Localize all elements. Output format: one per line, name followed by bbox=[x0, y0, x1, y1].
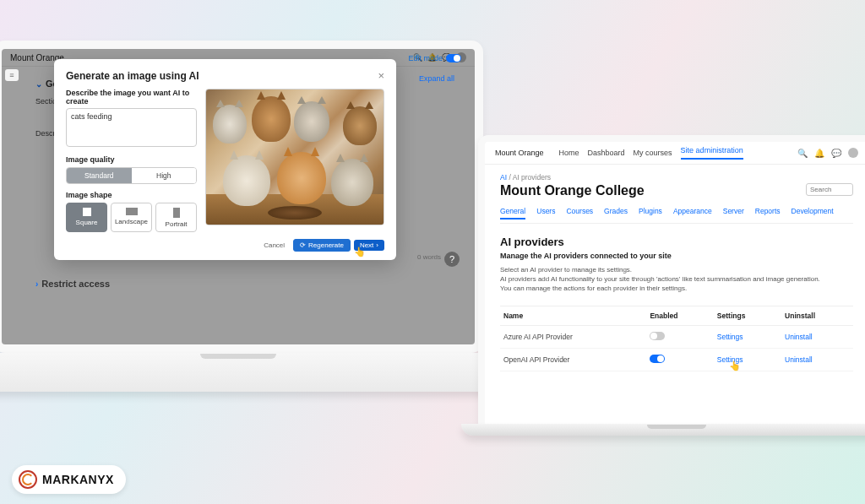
crumb-providers: AI providers bbox=[513, 173, 551, 182]
shape-landscape-option[interactable]: Landscape bbox=[111, 203, 152, 232]
edit-mode-toggle[interactable]: Edit mode bbox=[408, 54, 461, 62]
right-site-name: Mount Orange bbox=[495, 149, 544, 157]
tab-general[interactable]: General bbox=[500, 207, 525, 219]
breadcrumb: AI / AI providers bbox=[500, 173, 853, 182]
portrait-icon bbox=[173, 208, 180, 218]
th-name: Name bbox=[500, 306, 646, 325]
uninstall-link[interactable]: Uninstall bbox=[785, 333, 813, 341]
shape-landscape-label: Landscape bbox=[115, 218, 148, 225]
right-topnav: Mount Orange Home Dashboard My courses S… bbox=[485, 142, 865, 165]
right-screen: Mount Orange Home Dashboard My courses S… bbox=[478, 135, 865, 424]
quality-high-option[interactable]: High bbox=[132, 168, 197, 183]
table-row: OpenAI API Provider Settings 👆 Uninstall bbox=[500, 348, 853, 371]
prompt-input[interactable] bbox=[66, 108, 197, 147]
avatar[interactable] bbox=[848, 148, 858, 158]
uninstall-link[interactable]: Uninstall bbox=[785, 355, 813, 364]
shape-label: Image shape bbox=[66, 191, 197, 199]
admin-subtabs: General Users Courses Grades Plugins App… bbox=[500, 207, 853, 224]
tab-users[interactable]: Users bbox=[536, 207, 555, 219]
logo-swirl-icon bbox=[19, 470, 37, 489]
cursor-icon: 👆 bbox=[354, 247, 366, 257]
shape-portrait-label: Portrait bbox=[166, 220, 188, 228]
square-icon bbox=[83, 208, 91, 216]
quality-label: Image quality bbox=[66, 155, 197, 164]
cursor-icon: 👆 bbox=[729, 360, 741, 371]
nav-home[interactable]: Home bbox=[559, 149, 579, 157]
regenerate-icon: ⟳ bbox=[300, 241, 306, 249]
tab-server[interactable]: Server bbox=[723, 207, 744, 219]
describe-label: Describe the image you want AI to create bbox=[66, 89, 197, 106]
section-subtitle: Manage the AI providers connected to you… bbox=[500, 252, 853, 260]
enabled-toggle[interactable] bbox=[650, 355, 665, 363]
shape-square-label: Square bbox=[76, 219, 98, 226]
landscape-icon bbox=[126, 208, 138, 215]
quality-standard-option[interactable]: Standard bbox=[67, 168, 132, 183]
notification-icon[interactable]: 🔔 bbox=[814, 149, 824, 158]
nav-dashboard[interactable]: Dashboard bbox=[588, 149, 625, 157]
generated-image-preview bbox=[205, 89, 384, 225]
word-counter: 0 words bbox=[417, 253, 441, 261]
chevron-right-icon: › bbox=[376, 241, 378, 249]
provider-name: OpenAI API Provider bbox=[500, 348, 646, 371]
table-row: Azure AI API Provider Settings Uninstall bbox=[500, 325, 853, 348]
help-icon[interactable]: ? bbox=[444, 252, 460, 267]
laptop-left: Mount Orange 🔍 🔔 💬 ⌄ Ge Section Descript… bbox=[0, 41, 483, 392]
right-body: AI / AI providers Mount Orange College G… bbox=[485, 165, 865, 380]
desc-line-3: You can manage the actions for each prov… bbox=[500, 284, 853, 293]
restrict-access-text: Restrict access bbox=[41, 279, 110, 289]
search-icon[interactable]: 🔍 bbox=[797, 149, 808, 158]
logo-text: MARKANYX bbox=[42, 473, 114, 486]
chevron-right-icon: › bbox=[35, 279, 38, 289]
close-icon[interactable]: × bbox=[378, 69, 384, 82]
laptop-right: Mount Orange Home Dashboard My courses S… bbox=[478, 135, 865, 436]
section-title: AI providers bbox=[500, 236, 853, 248]
desc-line-2: AI providers add AI functionality to you… bbox=[500, 274, 853, 284]
restrict-access-accordion[interactable]: › Restrict access bbox=[35, 279, 110, 289]
nav-mycourses[interactable]: My courses bbox=[634, 149, 672, 157]
modal-title: Generate an image using AI bbox=[66, 70, 199, 82]
quality-segmented: Standard High bbox=[66, 167, 197, 184]
th-settings: Settings bbox=[714, 306, 781, 325]
crumb-ai[interactable]: AI bbox=[500, 173, 507, 182]
tab-reports[interactable]: Reports bbox=[755, 207, 781, 219]
shape-portrait-option[interactable]: Portrait bbox=[155, 203, 197, 232]
cancel-button[interactable]: Cancel bbox=[258, 240, 290, 251]
sidebar-toggle-icon[interactable]: ≡ bbox=[5, 69, 19, 81]
tab-grades[interactable]: Grades bbox=[604, 207, 628, 219]
tab-development[interactable]: Development bbox=[792, 207, 834, 219]
search-input[interactable] bbox=[806, 183, 853, 196]
expand-all-link[interactable]: Expand all bbox=[419, 74, 454, 83]
th-enabled: Enabled bbox=[646, 306, 713, 325]
desc-line-1: Select an AI provider to manage its sett… bbox=[500, 265, 853, 274]
nav-siteadmin[interactable]: Site administration bbox=[681, 146, 743, 160]
brand-logo: MARKANYX bbox=[12, 465, 126, 494]
regenerate-label: Regenerate bbox=[308, 241, 344, 249]
shape-options: Square Landscape Portrait bbox=[66, 203, 197, 232]
crumb-sep: / bbox=[507, 173, 513, 182]
shape-square-option[interactable]: Square bbox=[66, 203, 107, 232]
regenerate-button[interactable]: ⟳ Regenerate bbox=[293, 239, 351, 252]
left-screen: Mount Orange 🔍 🔔 💬 ⌄ Ge Section Descript… bbox=[0, 41, 483, 353]
tab-courses[interactable]: Courses bbox=[566, 207, 593, 219]
toggle-on-icon bbox=[446, 54, 461, 62]
section-description: Select an AI provider to manage its sett… bbox=[500, 265, 853, 294]
page-title: Mount Orange College bbox=[500, 183, 853, 198]
tab-appearance[interactable]: Appearance bbox=[673, 207, 712, 219]
enabled-toggle[interactable] bbox=[650, 332, 665, 340]
laptop-keyboard bbox=[0, 353, 500, 392]
laptop-base bbox=[461, 424, 865, 436]
chat-icon[interactable]: 💬 bbox=[831, 149, 841, 158]
edit-mode-label: Edit mode bbox=[408, 54, 443, 62]
th-uninstall: Uninstall bbox=[781, 306, 853, 325]
generate-image-modal: Generate an image using AI × Describe th… bbox=[54, 59, 396, 260]
settings-link[interactable]: Settings bbox=[717, 333, 743, 341]
providers-table: Name Enabled Settings Uninstall Azure AI… bbox=[500, 306, 853, 371]
tab-plugins[interactable]: Plugins bbox=[639, 207, 662, 219]
provider-name: Azure AI API Provider bbox=[500, 325, 646, 348]
